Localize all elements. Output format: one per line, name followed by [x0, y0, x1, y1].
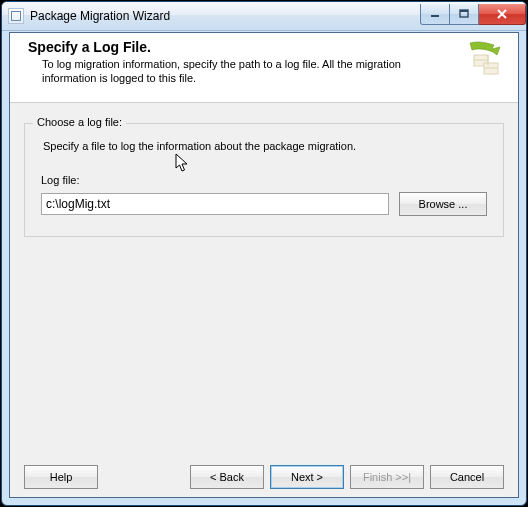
window-chrome: Package Migration Wizard Specify a Log F…	[1, 1, 527, 506]
svg-rect-2	[460, 10, 468, 12]
next-button[interactable]: Next >	[270, 465, 344, 489]
app-icon	[8, 8, 24, 24]
log-file-label: Log file:	[41, 174, 487, 186]
title-bar[interactable]: Package Migration Wizard	[2, 2, 526, 31]
dialog-panel: Specify a Log File. To log migration inf…	[9, 32, 519, 498]
wizard-header: Specify a Log File. To log migration inf…	[10, 33, 518, 103]
window-title: Package Migration Wizard	[30, 9, 420, 23]
page-subtitle: To log migration information, specify th…	[28, 57, 412, 85]
help-button[interactable]: Help	[24, 465, 98, 489]
log-file-input[interactable]	[41, 193, 389, 215]
group-legend: Choose a log file:	[33, 116, 126, 128]
log-file-group: Choose a log file: Specify a file to log…	[24, 123, 504, 237]
group-instruction: Specify a file to log the information ab…	[43, 140, 487, 152]
minimize-button[interactable]	[420, 4, 450, 25]
back-button[interactable]: < Back	[190, 465, 264, 489]
wizard-footer: Help < Back Next > Finish >>| Cancel	[10, 457, 518, 497]
cancel-button[interactable]: Cancel	[430, 465, 504, 489]
wizard-body: Choose a log file: Specify a file to log…	[10, 103, 518, 457]
svg-rect-0	[431, 15, 439, 17]
page-title: Specify a Log File.	[28, 39, 504, 55]
finish-button[interactable]: Finish >>|	[350, 465, 424, 489]
browse-button[interactable]: Browse ...	[399, 192, 487, 216]
wizard-header-icon	[464, 39, 508, 83]
maximize-button[interactable]	[450, 4, 479, 25]
close-button[interactable]	[479, 4, 526, 25]
window-controls	[420, 4, 526, 24]
